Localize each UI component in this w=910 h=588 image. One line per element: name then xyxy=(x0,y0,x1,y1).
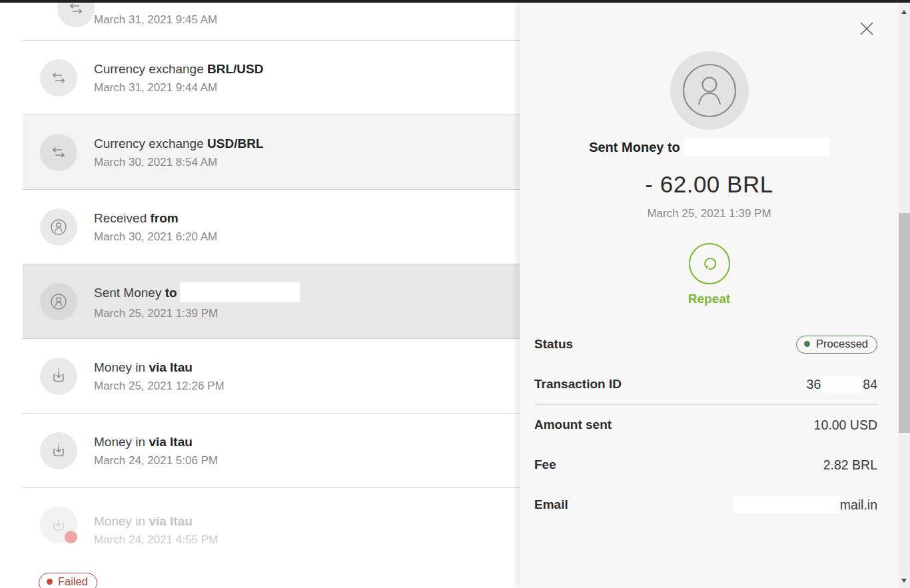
transaction-list-item[interactable]: March 31, 2021 9:45 AM xyxy=(23,3,520,41)
close-icon[interactable] xyxy=(857,19,876,38)
amount-sent-value: 10.00 USD xyxy=(814,418,877,433)
transaction-title: Money in via Itau xyxy=(94,434,218,449)
processed-dot-icon xyxy=(804,341,810,347)
person-icon xyxy=(40,283,77,320)
repeat-button[interactable]: Repeat xyxy=(520,243,899,306)
transaction-id-label: Transaction ID xyxy=(534,377,622,392)
money-in-icon xyxy=(40,506,77,543)
window-top-edge xyxy=(0,0,910,3)
money-in-icon xyxy=(40,432,77,469)
detail-date: March 25, 2021 1:39 PM xyxy=(520,207,899,220)
scroll-up-arrow-icon[interactable] xyxy=(901,10,907,14)
repeat-icon[interactable] xyxy=(689,243,730,284)
redaction-box xyxy=(180,282,300,302)
transaction-list-item-failed[interactable]: Money in via Itau March 24, 2021 4:55 PM… xyxy=(23,488,520,588)
fee-value: 2.82 BRL xyxy=(823,457,877,473)
fee-row: Fee 2.82 BRL xyxy=(520,445,899,485)
status-value: Processed xyxy=(816,338,868,350)
detail-heading: Sent Money to xyxy=(520,138,899,156)
currency-exchange-icon xyxy=(40,59,77,97)
scrollbar-thumb[interactable] xyxy=(899,213,910,433)
transaction-list-item[interactable]: Money in via Itau March 25, 2021 12:26 P… xyxy=(23,339,520,414)
avatar xyxy=(670,51,749,130)
transaction-list: March 31, 2021 9:45 AM Currency exchange… xyxy=(0,3,520,588)
transaction-date: March 31, 2021 9:45 AM xyxy=(94,13,217,27)
transaction-title: Currency exchange USD/BRL xyxy=(94,136,264,151)
transaction-date: March 30, 2021 6:20 AM xyxy=(94,230,217,244)
failed-dot-badge xyxy=(65,531,77,543)
currency-exchange-icon xyxy=(57,0,95,27)
transaction-date: March 24, 2021 5:06 PM xyxy=(94,454,218,467)
redaction-box xyxy=(822,376,861,393)
transaction-date: March 25, 2021 1:39 PM xyxy=(94,307,300,320)
transaction-list-item[interactable]: Currency exchange BRL/USD March 31, 2021… xyxy=(23,41,520,115)
transaction-detail-panel: Sent Money to - 62.00 BRL March 25, 2021… xyxy=(520,3,899,588)
transaction-id-prefix: 36 xyxy=(807,377,821,392)
transaction-title: Sent Money to xyxy=(94,282,300,302)
redaction-box xyxy=(684,138,829,156)
failed-status-badge: Failed xyxy=(39,573,97,588)
transaction-list-item[interactable]: Received from March 30, 2021 6:20 AM xyxy=(23,190,520,264)
amount-sent-label: Amount sent xyxy=(534,418,612,432)
amount-sent-row: Amount sent 10.00 USD xyxy=(520,405,899,445)
status-row: Status Processed xyxy=(520,324,899,364)
failed-dot-icon xyxy=(47,579,53,585)
transaction-id-value: 36 84 xyxy=(807,376,877,393)
transaction-list-item[interactable]: Currency exchange USD/BRL March 30, 2021… xyxy=(23,115,520,190)
transaction-title: Money in via Itau xyxy=(94,360,225,375)
transaction-title: Currency exchange BRL/USD xyxy=(94,61,264,77)
transaction-id-row: Transaction ID 36 84 xyxy=(520,364,899,404)
email-value: mail.in xyxy=(733,496,877,513)
failed-label: Failed xyxy=(58,575,88,588)
fee-label: Fee xyxy=(534,457,556,472)
email-visible-text: mail.in xyxy=(840,497,877,513)
detail-heading-text: Sent Money to xyxy=(589,140,680,155)
redaction-box xyxy=(733,496,840,513)
email-row: Email mail.in xyxy=(520,485,899,525)
transaction-id-suffix: 84 xyxy=(863,377,877,392)
transaction-date: March 30, 2021 8:54 AM xyxy=(94,156,264,169)
status-badge: Processed xyxy=(796,336,877,354)
transaction-list-item[interactable]: Money in via Itau March 24, 2021 5:06 PM xyxy=(23,414,520,488)
email-label: Email xyxy=(534,497,568,512)
repeat-label[interactable]: Repeat xyxy=(520,292,899,306)
person-icon xyxy=(40,208,77,246)
detail-amount: - 62.00 BRL xyxy=(520,171,899,198)
scrollbar[interactable] xyxy=(899,3,910,588)
status-label: Status xyxy=(534,337,573,352)
transaction-list-item-selected[interactable]: Sent Money to March 25, 2021 1:39 PM xyxy=(23,264,520,339)
detail-rows: Status Processed Transaction ID 36 84 Am… xyxy=(520,324,899,525)
scroll-down-arrow-icon[interactable] xyxy=(901,579,907,583)
transaction-date: March 31, 2021 9:44 AM xyxy=(94,81,264,95)
transaction-title: Received from xyxy=(94,210,217,226)
transaction-date: March 24, 2021 4:55 PM xyxy=(94,533,218,547)
transaction-title: Money in via Itau xyxy=(94,513,218,529)
money-in-icon xyxy=(40,358,77,395)
currency-exchange-icon xyxy=(40,134,77,171)
transaction-date: March 25, 2021 12:26 PM xyxy=(94,380,225,393)
